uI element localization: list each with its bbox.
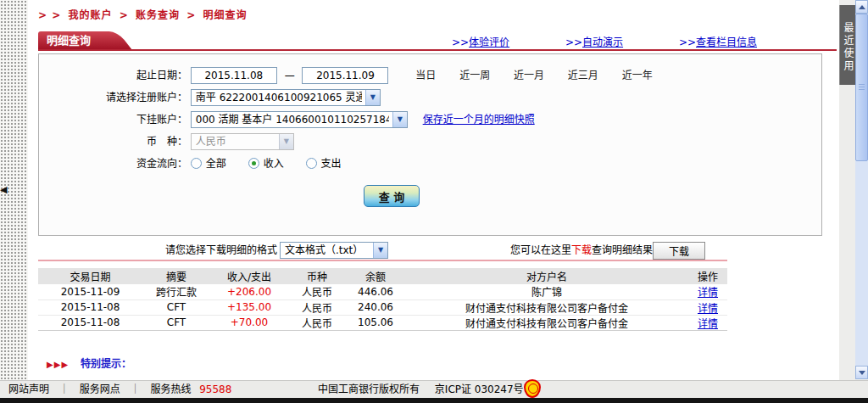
shortcut-last-year[interactable]: 近一年 [622,70,653,81]
dropdown-arrow-icon[interactable]: ▼ [365,90,380,105]
main-panel: > > 我的账户 > 账务查询 > 明细查询 >>体验评价 >>自动演示 >>查… [28,0,839,380]
download-row: 请您选择下载明细的格式 文本格式（.txt） ▼ 您可以在这里下载查询明细结果 … [28,242,839,260]
detail-link[interactable]: 详情 [698,318,718,330]
date-from-input[interactable] [191,67,277,84]
breadcrumb: > > 我的账户 > 账务查询 > 明细查询 [38,7,249,21]
shortcut-today[interactable]: 当日 [415,70,436,81]
table-header-row: 交易日期 摘要 收入/支出 币种 余额 对方户名 操作 [38,268,727,284]
special-notice: ▶▶▶ 特别提示： [47,355,131,370]
col-balance: 余额 [346,268,405,284]
dropdown-arrow-icon: ▼ [279,134,293,149]
hotline-label: 服务热线 [150,383,191,395]
auto-demo-link[interactable]: >>自动演示 [565,34,623,48]
vertical-scrollbar[interactable] [855,0,868,379]
col-currency: 币种 [288,268,346,284]
hotline-number: 95588 [199,383,231,395]
breadcrumb-separator: > [120,9,129,21]
download-inline-link[interactable]: 下载 [571,244,592,256]
scroll-down-icon[interactable] [855,366,868,379]
sub-account-label: 下挂账户： [43,111,187,128]
table-row: 2015-11-08 CFT +135.00 人民币 240.06 财付通支付科… [38,299,727,315]
detail-link[interactable]: 详情 [698,287,718,299]
dropdown-arrow-icon[interactable]: ▼ [392,112,407,127]
detail-query-tab[interactable]: 明细查询 [38,31,103,49]
breadcrumb-separator: > [186,9,196,21]
flow-radio-expense-label[interactable]: 支出 [321,158,342,170]
currency-row: 币 种： 人民币 ▼ [43,133,294,152]
date-range-row: 起止日期： — 当日 近一周 近一月 近三月 近一年 [43,67,673,86]
date-shortcuts: 当日 近一周 近一月 近三月 近一年 [415,67,672,84]
transactions-table: 交易日期 摘要 收入/支出 币种 余额 对方户名 操作 2015-11-09 跨… [38,268,727,331]
shortcut-last-3-months[interactable]: 近三月 [568,70,598,81]
flow-radio-all-label[interactable]: 全部 [206,158,226,170]
icp-number: 京ICP证 030247号 [435,383,524,395]
footer-copyright: 中国工商银行版权所有 京ICP证 030247号 [318,381,524,398]
currency-label: 币 种： [43,133,187,150]
download-button[interactable]: 下载 [653,242,705,260]
top-links: >>体验评价 >>自动演示 >>查看栏目信息 [452,34,757,48]
notice-arrows-icon: ▶▶▶ [47,360,69,369]
bottom-edge-bar [0,398,868,403]
scrollbar-thumb[interactable] [855,14,868,161]
sub-account-select[interactable]: 000 活期 基本户 1406600101102571848 ▼ [191,111,408,128]
recently-used-tab[interactable]: 最近使用 [839,5,855,85]
breadcrumb-item-account-query[interactable]: 账务查询 [136,9,180,21]
date-range-label: 起止日期： [43,67,187,84]
flow-radio-expense[interactable] [306,158,317,169]
fund-flow-row: 资金流向： 全部 收入 支出 [43,155,360,174]
table-row: 2015-11-08 CFT +70.00 人民币 105.06 财付通支付科技… [38,315,727,330]
table-row: 2015-11-09 跨行汇款 +206.00 人民币 446.06 陈广锦 详… [38,284,727,299]
footer-bar: 网站声明 ｜ 服务网点 ｜ 服务热线 95588 中国工商银行版权所有 京ICP… [0,380,868,398]
shortcut-last-week[interactable]: 近一周 [459,70,490,81]
breadcrumb-item-my-account[interactable]: 我的账户 [68,9,112,21]
dropdown-arrow-icon[interactable]: ▼ [373,243,387,258]
experience-evaluation-link[interactable]: >>体验评价 [452,34,509,48]
save-snapshot-link[interactable]: 保存近一个月的明细快照 [423,114,535,126]
tab-underline [38,49,837,51]
fund-flow-label: 资金流向： [43,155,187,172]
download-hint: 您可以在这里下载查询明细结果 [510,242,653,259]
footer-links: 网站声明 ｜ 服务网点 ｜ 服务热线 95588 [8,381,231,398]
breadcrumb-prefix: > > [38,9,61,21]
scroll-up-icon[interactable] [855,0,868,14]
security-badge-icon [524,379,541,398]
flow-radio-income[interactable] [248,158,259,169]
collapse-sidebar-icon[interactable]: ◀ [0,183,12,197]
register-account-row: 请选择注册账户： 南平 6222001406100921065 灵通卡 ▼ [43,89,381,108]
table-top-divider [38,260,727,261]
breadcrumb-item-detail-query[interactable]: 明细查询 [203,9,247,21]
service-outlets-link[interactable]: 服务网点 [80,383,120,395]
currency-select: 人民币 ▼ [191,133,294,150]
col-summary: 摘要 [142,268,210,284]
download-format-label: 请您选择下载明细的格式 [165,242,277,259]
query-button[interactable]: 查 询 [364,185,420,207]
flow-radio-all[interactable] [191,158,202,169]
detail-link[interactable]: 详情 [698,303,718,315]
col-action: 操作 [688,268,727,284]
notice-label: 特别提示： [81,358,131,370]
shortcut-last-month[interactable]: 近一月 [514,70,544,81]
register-account-label: 请选择注册账户： [43,89,187,106]
register-account-select[interactable]: 南平 6222001406100921065 灵通卡 ▼ [191,89,381,106]
view-column-info-link[interactable]: >>查看栏目信息 [679,34,757,48]
col-counterparty: 对方户名 [405,268,688,284]
download-format-select[interactable]: 文本格式（.txt） ▼ [280,242,388,259]
query-form: 起止日期： — 当日 近一周 近一月 近三月 近一年 请选择注册账户： 南平 6… [38,53,822,236]
date-separator: — [281,67,299,84]
col-date: 交易日期 [38,268,142,284]
flow-radio-income-label[interactable]: 收入 [264,158,284,170]
date-to-input[interactable] [302,67,388,84]
site-statement-link[interactable]: 网站声明 [8,383,49,395]
col-amount: 收入/支出 [210,268,288,284]
sub-account-row: 下挂账户： 000 活期 基本户 1406600101102571848 ▼ 保… [43,111,535,130]
